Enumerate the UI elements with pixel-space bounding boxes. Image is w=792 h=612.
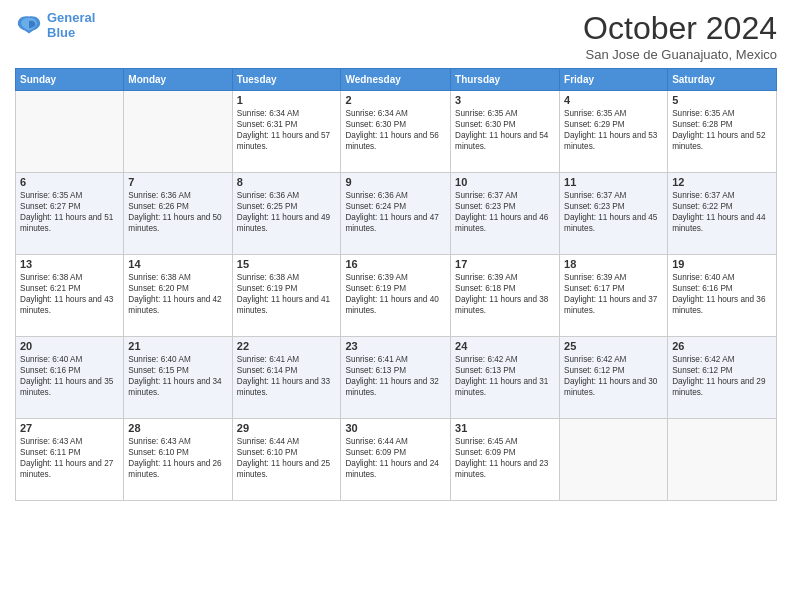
title-block: October 2024 San Jose de Guanajuato, Mex…: [583, 10, 777, 62]
day-info: Sunrise: 6:35 AMSunset: 6:28 PMDaylight:…: [672, 108, 772, 152]
logo-text: General Blue: [47, 10, 95, 40]
day-info: Sunrise: 6:45 AMSunset: 6:09 PMDaylight:…: [455, 436, 555, 480]
calendar-cell: 19Sunrise: 6:40 AMSunset: 6:16 PMDayligh…: [668, 255, 777, 337]
day-number: 14: [128, 258, 227, 270]
calendar: Sunday Monday Tuesday Wednesday Thursday…: [15, 68, 777, 501]
col-friday: Friday: [560, 69, 668, 91]
calendar-cell: 30Sunrise: 6:44 AMSunset: 6:09 PMDayligh…: [341, 419, 451, 501]
day-info: Sunrise: 6:34 AMSunset: 6:30 PMDaylight:…: [345, 108, 446, 152]
calendar-cell: 25Sunrise: 6:42 AMSunset: 6:12 PMDayligh…: [560, 337, 668, 419]
calendar-cell: 2Sunrise: 6:34 AMSunset: 6:30 PMDaylight…: [341, 91, 451, 173]
calendar-cell: 4Sunrise: 6:35 AMSunset: 6:29 PMDaylight…: [560, 91, 668, 173]
day-number: 8: [237, 176, 337, 188]
day-info: Sunrise: 6:36 AMSunset: 6:24 PMDaylight:…: [345, 190, 446, 234]
day-info: Sunrise: 6:40 AMSunset: 6:16 PMDaylight:…: [20, 354, 119, 398]
calendar-cell: [16, 91, 124, 173]
day-info: Sunrise: 6:35 AMSunset: 6:27 PMDaylight:…: [20, 190, 119, 234]
calendar-cell: 12Sunrise: 6:37 AMSunset: 6:22 PMDayligh…: [668, 173, 777, 255]
calendar-header-row: Sunday Monday Tuesday Wednesday Thursday…: [16, 69, 777, 91]
day-info: Sunrise: 6:39 AMSunset: 6:18 PMDaylight:…: [455, 272, 555, 316]
calendar-cell: [668, 419, 777, 501]
calendar-cell: 23Sunrise: 6:41 AMSunset: 6:13 PMDayligh…: [341, 337, 451, 419]
day-info: Sunrise: 6:37 AMSunset: 6:23 PMDaylight:…: [564, 190, 663, 234]
calendar-cell: 3Sunrise: 6:35 AMSunset: 6:30 PMDaylight…: [451, 91, 560, 173]
day-number: 21: [128, 340, 227, 352]
day-info: Sunrise: 6:42 AMSunset: 6:13 PMDaylight:…: [455, 354, 555, 398]
calendar-cell: 22Sunrise: 6:41 AMSunset: 6:14 PMDayligh…: [232, 337, 341, 419]
day-info: Sunrise: 6:41 AMSunset: 6:13 PMDaylight:…: [345, 354, 446, 398]
calendar-cell: 10Sunrise: 6:37 AMSunset: 6:23 PMDayligh…: [451, 173, 560, 255]
day-number: 11: [564, 176, 663, 188]
calendar-cell: [124, 91, 232, 173]
day-info: Sunrise: 6:34 AMSunset: 6:31 PMDaylight:…: [237, 108, 337, 152]
day-info: Sunrise: 6:40 AMSunset: 6:15 PMDaylight:…: [128, 354, 227, 398]
day-info: Sunrise: 6:38 AMSunset: 6:20 PMDaylight:…: [128, 272, 227, 316]
calendar-cell: 27Sunrise: 6:43 AMSunset: 6:11 PMDayligh…: [16, 419, 124, 501]
col-tuesday: Tuesday: [232, 69, 341, 91]
day-number: 4: [564, 94, 663, 106]
calendar-cell: 18Sunrise: 6:39 AMSunset: 6:17 PMDayligh…: [560, 255, 668, 337]
day-number: 2: [345, 94, 446, 106]
calendar-cell: 9Sunrise: 6:36 AMSunset: 6:24 PMDaylight…: [341, 173, 451, 255]
day-number: 1: [237, 94, 337, 106]
calendar-cell: 15Sunrise: 6:38 AMSunset: 6:19 PMDayligh…: [232, 255, 341, 337]
day-info: Sunrise: 6:40 AMSunset: 6:16 PMDaylight:…: [672, 272, 772, 316]
day-number: 29: [237, 422, 337, 434]
header: General Blue October 2024 San Jose de Gu…: [15, 10, 777, 62]
day-number: 24: [455, 340, 555, 352]
calendar-cell: 26Sunrise: 6:42 AMSunset: 6:12 PMDayligh…: [668, 337, 777, 419]
day-info: Sunrise: 6:39 AMSunset: 6:17 PMDaylight:…: [564, 272, 663, 316]
day-info: Sunrise: 6:36 AMSunset: 6:25 PMDaylight:…: [237, 190, 337, 234]
col-thursday: Thursday: [451, 69, 560, 91]
day-number: 5: [672, 94, 772, 106]
calendar-week-row: 6Sunrise: 6:35 AMSunset: 6:27 PMDaylight…: [16, 173, 777, 255]
day-number: 13: [20, 258, 119, 270]
day-info: Sunrise: 6:39 AMSunset: 6:19 PMDaylight:…: [345, 272, 446, 316]
calendar-cell: 6Sunrise: 6:35 AMSunset: 6:27 PMDaylight…: [16, 173, 124, 255]
calendar-cell: 5Sunrise: 6:35 AMSunset: 6:28 PMDaylight…: [668, 91, 777, 173]
day-number: 30: [345, 422, 446, 434]
calendar-cell: 17Sunrise: 6:39 AMSunset: 6:18 PMDayligh…: [451, 255, 560, 337]
day-info: Sunrise: 6:38 AMSunset: 6:21 PMDaylight:…: [20, 272, 119, 316]
col-monday: Monday: [124, 69, 232, 91]
day-number: 26: [672, 340, 772, 352]
day-info: Sunrise: 6:42 AMSunset: 6:12 PMDaylight:…: [564, 354, 663, 398]
day-number: 18: [564, 258, 663, 270]
day-number: 6: [20, 176, 119, 188]
calendar-cell: 31Sunrise: 6:45 AMSunset: 6:09 PMDayligh…: [451, 419, 560, 501]
day-info: Sunrise: 6:44 AMSunset: 6:10 PMDaylight:…: [237, 436, 337, 480]
day-info: Sunrise: 6:44 AMSunset: 6:09 PMDaylight:…: [345, 436, 446, 480]
location: San Jose de Guanajuato, Mexico: [583, 47, 777, 62]
calendar-cell: [560, 419, 668, 501]
calendar-week-row: 1Sunrise: 6:34 AMSunset: 6:31 PMDaylight…: [16, 91, 777, 173]
day-number: 19: [672, 258, 772, 270]
calendar-cell: 29Sunrise: 6:44 AMSunset: 6:10 PMDayligh…: [232, 419, 341, 501]
day-number: 25: [564, 340, 663, 352]
day-info: Sunrise: 6:36 AMSunset: 6:26 PMDaylight:…: [128, 190, 227, 234]
logo: General Blue: [15, 10, 95, 40]
calendar-cell: 24Sunrise: 6:42 AMSunset: 6:13 PMDayligh…: [451, 337, 560, 419]
col-sunday: Sunday: [16, 69, 124, 91]
day-number: 22: [237, 340, 337, 352]
day-number: 3: [455, 94, 555, 106]
day-info: Sunrise: 6:37 AMSunset: 6:22 PMDaylight:…: [672, 190, 772, 234]
day-number: 23: [345, 340, 446, 352]
logo-icon: [15, 11, 43, 39]
page: General Blue October 2024 San Jose de Gu…: [0, 0, 792, 612]
day-number: 31: [455, 422, 555, 434]
day-info: Sunrise: 6:35 AMSunset: 6:29 PMDaylight:…: [564, 108, 663, 152]
calendar-week-row: 27Sunrise: 6:43 AMSunset: 6:11 PMDayligh…: [16, 419, 777, 501]
day-number: 7: [128, 176, 227, 188]
calendar-cell: 8Sunrise: 6:36 AMSunset: 6:25 PMDaylight…: [232, 173, 341, 255]
day-info: Sunrise: 6:37 AMSunset: 6:23 PMDaylight:…: [455, 190, 555, 234]
day-info: Sunrise: 6:43 AMSunset: 6:10 PMDaylight:…: [128, 436, 227, 480]
col-wednesday: Wednesday: [341, 69, 451, 91]
day-number: 12: [672, 176, 772, 188]
month-title: October 2024: [583, 10, 777, 47]
calendar-week-row: 20Sunrise: 6:40 AMSunset: 6:16 PMDayligh…: [16, 337, 777, 419]
calendar-cell: 7Sunrise: 6:36 AMSunset: 6:26 PMDaylight…: [124, 173, 232, 255]
calendar-cell: 14Sunrise: 6:38 AMSunset: 6:20 PMDayligh…: [124, 255, 232, 337]
day-number: 16: [345, 258, 446, 270]
calendar-cell: 11Sunrise: 6:37 AMSunset: 6:23 PMDayligh…: [560, 173, 668, 255]
day-info: Sunrise: 6:43 AMSunset: 6:11 PMDaylight:…: [20, 436, 119, 480]
